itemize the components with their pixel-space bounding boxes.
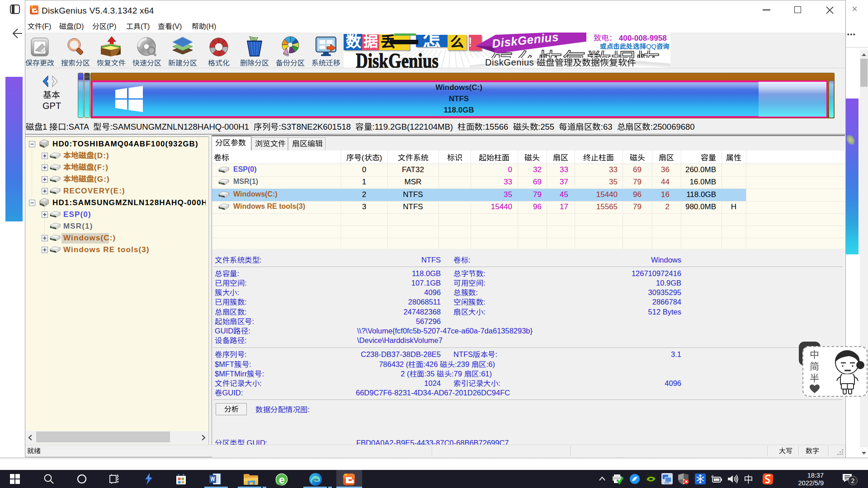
svg-text:intel: intel [664, 481, 669, 484]
svg-text:e: e [279, 474, 285, 486]
